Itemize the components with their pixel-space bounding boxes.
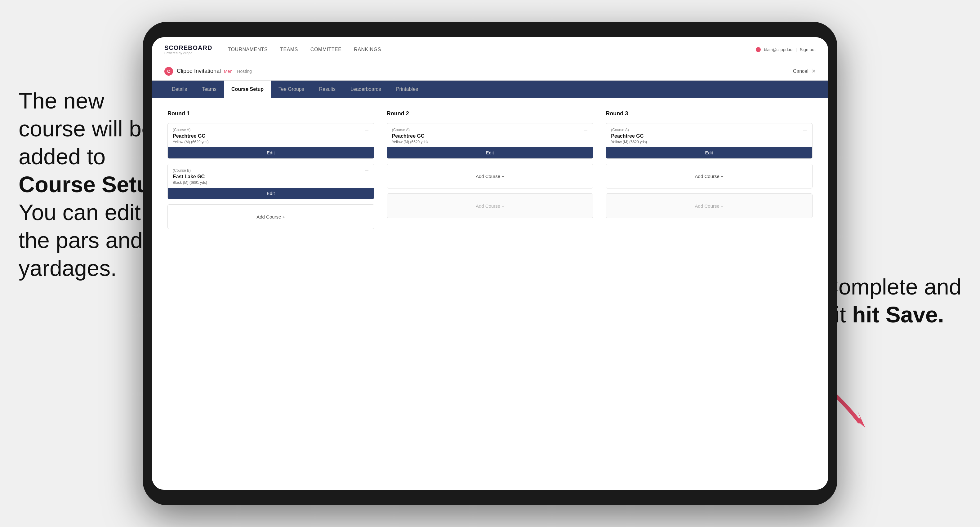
round3-course-a-info: Yellow (M) (6629 yds)	[611, 140, 807, 144]
round1-course-a-card: (Course A) Peachtree GC Yellow (M) (6629…	[167, 123, 374, 159]
tab-teams[interactable]: Teams	[194, 81, 224, 98]
user-email: blair@clippd.io	[764, 47, 792, 52]
nav-tournaments[interactable]: TOURNAMENTS	[228, 46, 268, 54]
round2-course-a-name: Peachtree GC	[392, 133, 588, 139]
round1-course-a-label: (Course A)	[173, 128, 369, 132]
annotation-right: Complete and hit hit Save.	[822, 273, 961, 329]
tab-tee-groups[interactable]: Tee Groups	[271, 81, 312, 98]
round2-add-course-button[interactable]: Add Course +	[387, 163, 593, 189]
tab-course-setup[interactable]: Course Setup	[224, 81, 271, 98]
nav-links: TOURNAMENTS TEAMS COMMITTEE RANKINGS	[228, 46, 756, 54]
round1-add-course-button[interactable]: Add Course +	[167, 204, 374, 229]
round3-add-course-button[interactable]: Add Course +	[606, 163, 813, 189]
round1-course-a-edit-button[interactable]: Edit	[168, 147, 374, 159]
nav-user-area: blair@clippd.io | Sign out	[756, 47, 816, 52]
round3-course-a-delete-icon[interactable]	[802, 127, 808, 133]
round-2-title: Round 2	[387, 110, 593, 117]
round1-course-a-header: (Course A) Peachtree GC Yellow (M) (6629…	[168, 123, 374, 147]
svg-rect-2	[365, 130, 368, 130]
round2-add-course-label: Add Course +	[476, 174, 504, 179]
round1-course-a-info: Yellow (M) (6629 yds)	[173, 140, 369, 144]
round1-course-b-header: (Course B) East Lake GC Black (M) (6891 …	[168, 164, 374, 188]
logo-sub: Powered by clippd	[164, 51, 212, 55]
round2-course-a-info: Yellow (M) (6629 yds)	[392, 140, 588, 144]
round2-course-a-header: (Course A) Peachtree GC Yellow (M) (6629…	[387, 123, 593, 147]
round1-add-course-label: Add Course +	[256, 214, 285, 219]
tournament-bar: C Clippd Invitational Men Hosting Cancel…	[152, 62, 828, 81]
round1-course-a-delete-icon[interactable]	[363, 127, 370, 133]
cancel-button[interactable]: Cancel ✕	[793, 68, 816, 74]
round3-course-a-name: Peachtree GC	[611, 133, 807, 139]
main-content: Round 1 (Course A) Peachtree GC Yellow (…	[152, 98, 828, 490]
rounds-grid: Round 1 (Course A) Peachtree GC Yellow (…	[167, 110, 813, 234]
cancel-x-icon: ✕	[811, 68, 816, 74]
round3-add-course-label: Add Course +	[695, 174, 724, 179]
round3-add-course-disabled: Add Course +	[606, 194, 813, 218]
round3-course-a-edit-button[interactable]: Edit	[606, 147, 812, 159]
round1-course-b-name: East Lake GC	[173, 174, 369, 179]
tournament-gender: Men	[224, 69, 232, 74]
round1-course-b-card: (Course B) East Lake GC Black (M) (6891 …	[167, 163, 374, 199]
round1-course-b-delete-icon[interactable]	[363, 168, 370, 174]
round-1-title: Round 1	[167, 110, 374, 117]
tablet-screen: SCOREBOARD Powered by clippd TOURNAMENTS…	[152, 37, 828, 490]
svg-rect-3	[365, 170, 368, 171]
round-1-column: Round 1 (Course A) Peachtree GC Yellow (…	[167, 110, 374, 234]
round1-course-b-info: Black (M) (6891 yds)	[173, 181, 369, 185]
round-3-title: Round 3	[606, 110, 813, 117]
tablet-device: SCOREBOARD Powered by clippd TOURNAMENTS…	[143, 22, 837, 505]
sign-out-link[interactable]: Sign out	[800, 47, 816, 52]
round1-course-a-name: Peachtree GC	[173, 133, 369, 139]
nav-separator: |	[795, 47, 797, 52]
nav-rankings[interactable]: RANKINGS	[354, 46, 381, 54]
round3-course-a-header: (Course A) Peachtree GC Yellow (M) (6629…	[606, 123, 812, 147]
logo-scoreboard: SCOREBOARD	[164, 44, 212, 51]
tournament-status: Hosting	[237, 69, 251, 74]
round3-add-course-disabled-label: Add Course +	[695, 203, 724, 209]
tab-leaderboards[interactable]: Leaderboards	[343, 81, 388, 98]
logo-area: SCOREBOARD Powered by clippd	[164, 44, 212, 55]
tournament-logo: C	[164, 67, 173, 76]
round2-course-a-edit-button[interactable]: Edit	[387, 147, 593, 159]
round3-course-a-label: (Course A)	[611, 128, 807, 132]
round1-course-b-edit-button[interactable]: Edit	[168, 188, 374, 199]
round1-course-b-label: (Course B)	[173, 168, 369, 173]
tab-printables[interactable]: Printables	[388, 81, 425, 98]
user-avatar-dot	[756, 47, 761, 52]
round2-course-a-delete-icon[interactable]	[582, 127, 589, 133]
tab-results[interactable]: Results	[312, 81, 343, 98]
round-3-column: Round 3 (Course A) Peachtree GC Yellow (…	[606, 110, 813, 234]
top-nav: SCOREBOARD Powered by clippd TOURNAMENTS…	[152, 37, 828, 62]
round2-add-course-disabled: Add Course +	[387, 194, 593, 218]
round3-course-a-card: (Course A) Peachtree GC Yellow (M) (6629…	[606, 123, 813, 159]
round2-add-course-disabled-label: Add Course +	[476, 203, 504, 209]
nav-teams[interactable]: TEAMS	[280, 46, 298, 54]
svg-rect-4	[584, 130, 587, 130]
tab-details[interactable]: Details	[164, 81, 194, 98]
round2-course-a-card: (Course A) Peachtree GC Yellow (M) (6629…	[387, 123, 593, 159]
nav-committee[interactable]: COMMITTEE	[310, 46, 342, 54]
round2-course-a-label: (Course A)	[392, 128, 588, 132]
tournament-name: Clippd Invitational	[177, 68, 221, 75]
tabs-bar: Details Teams Course Setup Tee Groups Re…	[152, 81, 828, 98]
svg-rect-5	[803, 130, 807, 130]
round-2-column: Round 2 (Course A) Peachtree GC Yellow (…	[387, 110, 593, 234]
